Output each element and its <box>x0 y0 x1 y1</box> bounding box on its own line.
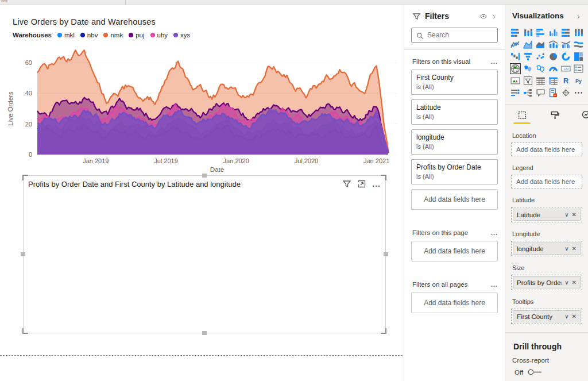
visual-type-more-icon[interactable] <box>573 87 584 98</box>
well-dropzone-legend[interactable]: Add data fields here <box>511 175 582 188</box>
resize-handle[interactable] <box>202 331 207 335</box>
filter-card[interactable]: Profits by Order Dateis (All) <box>411 159 498 184</box>
resize-corner[interactable] <box>381 328 386 334</box>
analytics-icon <box>582 110 588 120</box>
visual-type-card-icon[interactable]: 123 <box>560 63 571 74</box>
legend-item-uhy[interactable]: uhy <box>150 32 168 39</box>
more-options-icon[interactable]: ... <box>372 180 381 188</box>
well-dropzone-location[interactable]: Add data fields here <box>511 143 582 156</box>
visual-type-stacked-bar-icon[interactable] <box>510 27 521 38</box>
visual-type-gauge-icon[interactable] <box>548 63 559 74</box>
visual-type-stacked-column-icon[interactable] <box>523 27 533 38</box>
resize-corner[interactable] <box>381 175 386 180</box>
visual-type-kpi-icon[interactable] <box>510 75 521 86</box>
chevron-down-icon[interactable]: ∨ <box>564 211 568 218</box>
resize-handle[interactable] <box>202 174 207 178</box>
visual-type-decomposition-tree-icon[interactable] <box>523 87 533 98</box>
filter-search-box[interactable] <box>411 28 498 43</box>
visual-title: Profits by Order Date and First County b… <box>28 180 241 188</box>
remove-field-icon[interactable]: ✕ <box>572 313 577 320</box>
resize-corner[interactable] <box>22 175 28 180</box>
visual-type-pie-icon[interactable] <box>548 51 559 62</box>
visual-type-shape-map-icon[interactable] <box>535 63 546 74</box>
visual-type-key-influencers-icon[interactable] <box>510 87 521 98</box>
visual-type-python-icon[interactable]: Py <box>573 75 584 86</box>
visual-type-ribbon-icon[interactable] <box>573 39 584 50</box>
chevron-down-icon[interactable]: ∨ <box>564 313 568 320</box>
visual-type-multi-row-card-icon[interactable] <box>573 63 584 74</box>
report-canvas[interactable]: Live Orders by Date and Warehouses Wareh… <box>0 5 404 381</box>
legend-item-xys[interactable]: xys <box>173 32 190 39</box>
visual-type-r-script-icon[interactable]: R <box>560 75 571 86</box>
area-chart-visual[interactable]: Live Orders by Date and Warehouses Wareh… <box>5 9 401 174</box>
filter-condition: is (All) <box>416 83 493 90</box>
filter-card[interactable]: Latitudeis (All) <box>411 99 498 125</box>
visual-type-clustered-column-icon[interactable] <box>548 27 559 38</box>
field-pill-value: longitude <box>517 245 562 252</box>
well-latitude: Latitude∨✕ <box>511 207 582 222</box>
visual-type-stacked-area-icon[interactable] <box>535 39 546 50</box>
visual-type-line-clustered-column-icon[interactable] <box>560 39 571 50</box>
visual-type-area-icon[interactable] <box>523 39 533 50</box>
visual-type-funnel-icon[interactable] <box>523 51 533 62</box>
visual-type-filled-map-icon[interactable] <box>523 63 533 74</box>
visual-type-100-stacked-bar-icon[interactable] <box>560 27 571 38</box>
field-pill[interactable]: First County∨✕ <box>513 310 581 322</box>
svg-text:0: 0 <box>29 151 32 158</box>
add-data-fields-dropzone[interactable]: Add data fields here <box>411 189 498 210</box>
legend-item-puj[interactable]: puj <box>129 32 144 39</box>
eye-icon[interactable] <box>479 13 488 20</box>
chevron-down-icon[interactable]: ∨ <box>564 279 568 286</box>
visual-type-scatter-icon[interactable] <box>535 51 546 62</box>
field-pill[interactable]: Latitude∨✕ <box>513 209 581 221</box>
field-pill[interactable]: Profits by Order Date∨✕ <box>513 276 581 288</box>
remove-field-icon[interactable]: ✕ <box>572 279 577 286</box>
remove-field-icon[interactable]: ✕ <box>572 245 577 252</box>
tab-analytics[interactable] <box>578 110 588 124</box>
legend-item-nbv[interactable]: nbv <box>80 32 98 39</box>
resize-corner[interactable] <box>22 328 28 334</box>
visual-type-line-icon[interactable] <box>510 39 521 50</box>
legend-dot <box>129 33 133 37</box>
svg-text:Jan 2021: Jan 2021 <box>363 157 389 164</box>
resize-handle[interactable] <box>384 252 388 256</box>
visual-type-waterfall-icon[interactable] <box>510 51 521 62</box>
section-more-icon[interactable]: ... <box>491 229 498 236</box>
legend-item-mkl[interactable]: mkl <box>57 32 75 39</box>
visual-type-qa-icon[interactable] <box>535 87 546 98</box>
add-data-fields-dropzone[interactable]: Add data fields here <box>411 241 498 261</box>
well-label-tooltips: Tooltips <box>512 298 582 305</box>
visual-type-map-icon[interactable] <box>510 63 521 74</box>
visual-type-clustered-bar-icon[interactable] <box>535 27 546 38</box>
tab-fields[interactable] <box>513 110 531 124</box>
collapse-pane-icon[interactable] <box>577 13 582 20</box>
filter-funnel-icon[interactable] <box>342 179 351 188</box>
resize-handle[interactable] <box>21 252 25 256</box>
visual-type-slicer-icon[interactable] <box>523 75 533 86</box>
legend-item-nmk[interactable]: nmk <box>103 32 123 39</box>
toggle-off-icon[interactable] <box>527 368 544 376</box>
filter-card[interactable]: First Countyis (All) <box>411 70 498 95</box>
remove-field-icon[interactable]: ✕ <box>572 211 577 218</box>
section-more-icon[interactable]: ... <box>491 281 498 288</box>
visual-type-paginated-report-icon[interactable] <box>548 87 559 98</box>
visual-type-treemap-icon[interactable] <box>573 51 584 62</box>
section-more-icon[interactable]: ... <box>491 58 498 65</box>
visual-type-donut-icon[interactable] <box>560 51 571 62</box>
search-input[interactable] <box>427 31 490 39</box>
map-visual-empty[interactable]: Profits by Order Date and First County b… <box>23 175 386 333</box>
collapse-pane-icon[interactable] <box>492 13 498 20</box>
chevron-down-icon[interactable]: ∨ <box>564 245 568 252</box>
ribbon-remnant-text: ons <box>1 0 7 3</box>
visual-type-matrix-icon[interactable] <box>548 75 559 86</box>
visual-type-table-icon[interactable] <box>535 75 546 86</box>
visual-type-100-stacked-column-icon[interactable] <box>573 27 584 38</box>
filter-card[interactable]: longitudeis (All) <box>411 129 498 155</box>
visual-type-custom-visual-icon[interactable] <box>560 87 571 98</box>
field-pill-value: First County <box>517 313 562 320</box>
tab-format[interactable] <box>546 110 563 124</box>
add-data-fields-dropzone[interactable]: Add data fields here <box>411 293 498 313</box>
focus-mode-icon[interactable] <box>357 179 366 188</box>
visual-type-line-stacked-column-icon[interactable] <box>548 39 559 50</box>
field-pill[interactable]: longitude∨✕ <box>513 243 581 255</box>
